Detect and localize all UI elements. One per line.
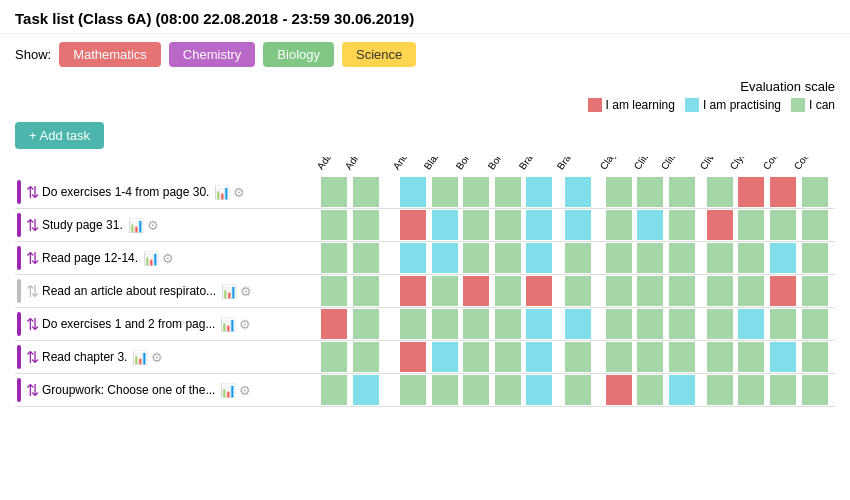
color-cell[interactable] xyxy=(352,374,399,407)
color-cell[interactable] xyxy=(737,308,769,341)
color-cell[interactable] xyxy=(769,308,801,341)
color-cell[interactable] xyxy=(525,209,564,242)
color-cell[interactable] xyxy=(668,374,706,407)
settings-icon[interactable]: ⚙ xyxy=(233,185,245,200)
color-cell[interactable] xyxy=(525,242,564,275)
color-cell[interactable] xyxy=(494,374,526,407)
add-task-button[interactable]: + Add task xyxy=(15,122,104,149)
color-cell[interactable] xyxy=(462,242,494,275)
color-cell[interactable] xyxy=(320,209,352,242)
color-cell[interactable] xyxy=(636,374,668,407)
color-cell[interactable] xyxy=(801,374,835,407)
color-cell[interactable] xyxy=(636,308,668,341)
drag-handle[interactable]: ⇅ xyxy=(26,183,39,202)
color-cell[interactable] xyxy=(399,308,431,341)
color-cell[interactable] xyxy=(494,176,526,209)
color-cell[interactable] xyxy=(706,242,738,275)
color-cell[interactable] xyxy=(320,176,352,209)
color-cell[interactable] xyxy=(399,341,431,374)
stats-icon[interactable]: 📊 xyxy=(220,317,236,332)
color-cell[interactable] xyxy=(462,374,494,407)
color-cell[interactable] xyxy=(431,308,463,341)
subject-biology[interactable]: Biology xyxy=(263,42,334,67)
color-cell[interactable] xyxy=(431,341,463,374)
color-cell[interactable] xyxy=(320,341,352,374)
color-cell[interactable] xyxy=(462,341,494,374)
color-cell[interactable] xyxy=(494,275,526,308)
color-cell[interactable] xyxy=(769,374,801,407)
settings-icon[interactable]: ⚙ xyxy=(162,251,174,266)
color-cell[interactable] xyxy=(494,341,526,374)
color-cell[interactable] xyxy=(399,374,431,407)
color-cell[interactable] xyxy=(706,308,738,341)
color-cell[interactable] xyxy=(769,176,801,209)
color-cell[interactable] xyxy=(431,176,463,209)
color-cell[interactable] xyxy=(737,374,769,407)
color-cell[interactable] xyxy=(605,176,637,209)
stats-icon[interactable]: 📊 xyxy=(221,284,237,299)
drag-handle[interactable]: ⇅ xyxy=(26,216,39,235)
color-cell[interactable] xyxy=(431,242,463,275)
subject-chemistry[interactable]: Chemistry xyxy=(169,42,256,67)
color-cell[interactable] xyxy=(352,242,399,275)
color-cell[interactable] xyxy=(636,275,668,308)
color-cell[interactable] xyxy=(801,341,835,374)
drag-handle[interactable]: ⇅ xyxy=(26,348,39,367)
color-cell[interactable] xyxy=(564,209,605,242)
color-cell[interactable] xyxy=(706,374,738,407)
color-cell[interactable] xyxy=(636,209,668,242)
color-cell[interactable] xyxy=(320,242,352,275)
color-cell[interactable] xyxy=(564,341,605,374)
color-cell[interactable] xyxy=(525,374,564,407)
color-cell[interactable] xyxy=(801,242,835,275)
color-cell[interactable] xyxy=(320,308,352,341)
stats-icon[interactable]: 📊 xyxy=(128,218,144,233)
color-cell[interactable] xyxy=(605,209,637,242)
color-cell[interactable] xyxy=(737,341,769,374)
color-cell[interactable] xyxy=(462,176,494,209)
color-cell[interactable] xyxy=(737,209,769,242)
color-cell[interactable] xyxy=(399,209,431,242)
subject-science[interactable]: Science xyxy=(342,42,416,67)
color-cell[interactable] xyxy=(605,308,637,341)
color-cell[interactable] xyxy=(494,308,526,341)
color-cell[interactable] xyxy=(352,209,399,242)
color-cell[interactable] xyxy=(320,374,352,407)
color-cell[interactable] xyxy=(801,275,835,308)
drag-handle[interactable]: ⇅ xyxy=(26,282,39,301)
drag-handle[interactable]: ⇅ xyxy=(26,249,39,268)
settings-icon[interactable]: ⚙ xyxy=(147,218,159,233)
stats-icon[interactable]: 📊 xyxy=(132,350,148,365)
color-cell[interactable] xyxy=(564,275,605,308)
color-cell[interactable] xyxy=(525,308,564,341)
color-cell[interactable] xyxy=(706,176,738,209)
color-cell[interactable] xyxy=(668,176,706,209)
color-cell[interactable] xyxy=(431,275,463,308)
settings-icon[interactable]: ⚙ xyxy=(151,350,163,365)
color-cell[interactable] xyxy=(352,176,399,209)
subject-mathematics[interactable]: Mathematics xyxy=(59,42,161,67)
drag-handle[interactable]: ⇅ xyxy=(26,381,39,400)
color-cell[interactable] xyxy=(737,242,769,275)
color-cell[interactable] xyxy=(352,275,399,308)
color-cell[interactable] xyxy=(462,275,494,308)
stats-icon[interactable]: 📊 xyxy=(220,383,236,398)
color-cell[interactable] xyxy=(494,209,526,242)
color-cell[interactable] xyxy=(494,242,526,275)
color-cell[interactable] xyxy=(668,275,706,308)
color-cell[interactable] xyxy=(399,275,431,308)
color-cell[interactable] xyxy=(605,242,637,275)
color-cell[interactable] xyxy=(605,374,637,407)
color-cell[interactable] xyxy=(801,308,835,341)
color-cell[interactable] xyxy=(706,209,738,242)
color-cell[interactable] xyxy=(737,275,769,308)
color-cell[interactable] xyxy=(431,374,463,407)
settings-icon[interactable]: ⚙ xyxy=(239,317,251,332)
color-cell[interactable] xyxy=(737,176,769,209)
color-cell[interactable] xyxy=(399,176,431,209)
color-cell[interactable] xyxy=(525,275,564,308)
color-cell[interactable] xyxy=(636,176,668,209)
color-cell[interactable] xyxy=(668,209,706,242)
color-cell[interactable] xyxy=(352,308,399,341)
color-cell[interactable] xyxy=(399,242,431,275)
